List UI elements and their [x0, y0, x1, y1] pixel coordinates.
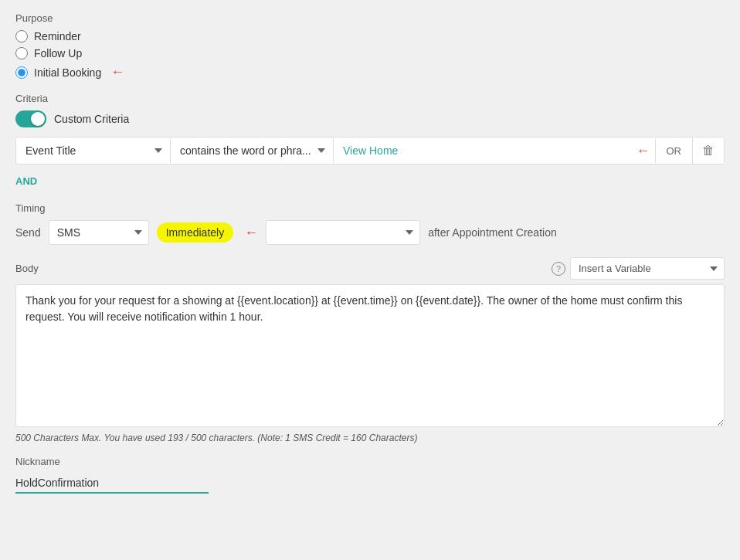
channel-select[interactable]: SMS: [49, 220, 149, 245]
radio-reminder-input[interactable]: [15, 30, 28, 42]
custom-criteria-row: Custom Criteria: [15, 110, 725, 127]
radio-followup[interactable]: Follow Up: [15, 47, 725, 59]
timing-section: Timing Send SMS Immediately ← after Appo…: [15, 202, 725, 245]
char-count-row: 500 Characters Max. You have used 193 / …: [15, 433, 725, 443]
radio-initialbooking-input[interactable]: [15, 66, 28, 79]
criteria-value-input[interactable]: [334, 138, 629, 163]
timing-row: Send SMS Immediately ← after Appointment…: [15, 220, 725, 245]
purpose-radio-group: Reminder Follow Up Initial Booking ←: [15, 30, 725, 80]
custom-criteria-toggle-label: Custom Criteria: [54, 113, 129, 125]
criteria-delete-icon[interactable]: 🗑: [692, 137, 724, 164]
char-count-text: 500 Characters Max. You have used 193 / …: [15, 433, 255, 443]
criteria-condition-select[interactable]: contains the word or phra...: [171, 138, 334, 163]
body-section: Body ? Insert a Variable Thank you for y…: [15, 257, 725, 443]
timing-delay-select[interactable]: [266, 220, 420, 245]
purpose-label: Purpose: [15, 12, 725, 24]
criteria-value-arrow-icon: ←: [632, 143, 655, 159]
nickname-label: Nickname: [15, 456, 725, 467]
criteria-or-label: OR: [655, 139, 693, 163]
criteria-field-select[interactable]: Event Title: [16, 138, 171, 163]
radio-initialbooking[interactable]: Initial Booking ←: [15, 64, 725, 80]
send-label: Send: [15, 226, 41, 239]
radio-reminder-label: Reminder: [34, 30, 81, 42]
nickname-section: Nickname: [15, 456, 725, 494]
char-count-note: (Note: 1 SMS Credit = 160 Characters): [257, 433, 417, 443]
radio-followup-label: Follow Up: [34, 47, 82, 59]
radio-initialbooking-label: Initial Booking: [34, 66, 101, 79]
after-label: after Appointment Creation: [428, 226, 557, 239]
nickname-input[interactable]: [15, 473, 209, 494]
timing-label: Timing: [15, 202, 725, 214]
radio-reminder[interactable]: Reminder: [15, 30, 725, 42]
body-textarea[interactable]: Thank you for your request for a showing…: [15, 284, 725, 427]
initialbooking-arrow-icon: ←: [110, 64, 124, 80]
and-button[interactable]: AND: [15, 172, 37, 190]
timing-when-value: Immediately: [157, 222, 233, 243]
purpose-section: Purpose Reminder Follow Up Initial Booki…: [15, 12, 725, 80]
variable-row: ? Insert a Variable: [552, 257, 725, 280]
insert-variable-select[interactable]: Insert a Variable: [570, 257, 725, 280]
help-icon[interactable]: ?: [552, 262, 565, 276]
criteria-section: Criteria Custom Criteria Event Title con…: [15, 93, 725, 190]
radio-followup-input[interactable]: [15, 47, 28, 59]
criteria-label: Criteria: [15, 93, 725, 104]
toggle-slider: [15, 110, 46, 127]
custom-criteria-toggle[interactable]: [15, 110, 46, 127]
criteria-filter-row: Event Title contains the word or phra...…: [15, 137, 725, 165]
body-header: Body ? Insert a Variable: [15, 257, 725, 280]
main-container: Purpose Reminder Follow Up Initial Booki…: [0, 0, 740, 560]
timing-arrow-icon: ←: [244, 225, 258, 241]
body-label: Body: [15, 263, 39, 274]
